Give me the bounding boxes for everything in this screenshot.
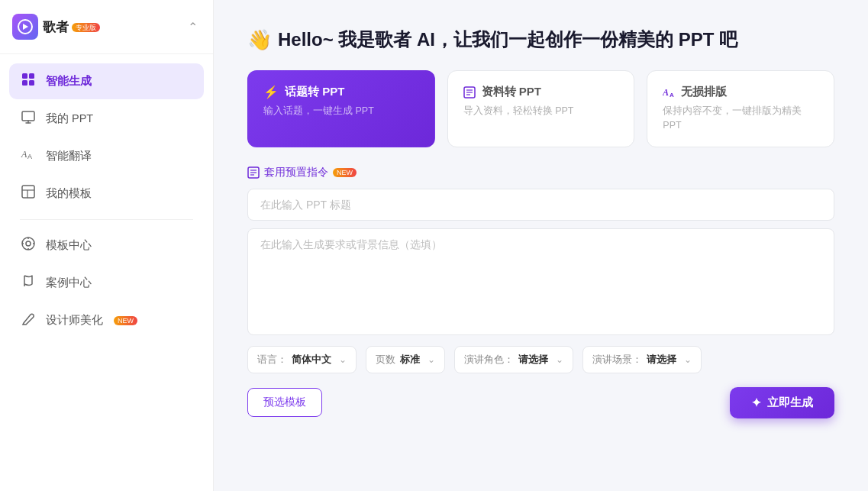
bottom-row: 预选模板 ✦ 立即生成 (247, 387, 834, 418)
mode-cards: ⚡ 话题转 PPT 输入话题，一键生成 PPT 资料转 PPT 导入资料，轻松转… (247, 70, 834, 147)
sidebar-nav: 智能生成 我的 PPT A A 智能翻译 (0, 54, 213, 491)
mode-card-topic-to-ppt[interactable]: ⚡ 话题转 PPT 输入话题，一键生成 PPT (247, 70, 435, 147)
sidebar-item-designer-beautify[interactable]: 设计师美化 NEW (9, 302, 204, 338)
language-select[interactable]: 语言： 简体中文 ⌄ (247, 346, 357, 373)
svg-text:A: A (27, 153, 32, 160)
sidebar-item-template-center[interactable]: 模板中心 (9, 228, 204, 263)
options-row: 语言： 简体中文 ⌄ 页数 标准 ⌄ 演讲角色： 请选择 ⌄ 演讲场景： 请选择… (247, 346, 834, 373)
sidebar-item-label: 智能翻译 (46, 149, 92, 163)
app-badge: 专业版 (72, 23, 100, 32)
template-center-icon (20, 236, 37, 255)
app-logo-icon (12, 14, 38, 40)
svg-point-14 (22, 237, 34, 250)
greeting-text: Hello~ 我是歌者 AI，让我们一起创作一份精美的 PPT 吧 (278, 27, 737, 52)
svg-rect-10 (22, 186, 34, 198)
sidebar-item-case-center[interactable]: 案例中心 (9, 265, 204, 301)
mode-card-header: A A 无损排版 (663, 85, 818, 99)
svg-rect-5 (22, 111, 34, 121)
greeting-wave: 👋 (247, 28, 272, 52)
mode-card-title: 资料转 PPT (482, 85, 541, 99)
role-chevron-icon: ⌄ (556, 354, 563, 365)
sidebar-item-label: 智能生成 (46, 74, 92, 89)
smart-gen-icon (20, 72, 37, 91)
svg-text:A: A (670, 92, 674, 99)
sidebar-item-label: 模板中心 (46, 238, 92, 253)
language-label: 语言： (257, 353, 287, 367)
scene-select[interactable]: 演讲场景： 请选择 ⌄ (582, 346, 702, 373)
mode-card-header: 资料转 PPT (463, 85, 619, 99)
mode-card-desc: 保持内容不变，一键排版为精美 PPT (663, 104, 818, 133)
mode-card-no-layout[interactable]: A A 无损排版 保持内容不变，一键排版为精美 PPT (647, 70, 834, 147)
generate-icon: ✦ (751, 396, 761, 410)
svg-text:A: A (663, 87, 669, 98)
sidebar-item-label: 我的 PPT (46, 111, 93, 126)
preset-new-badge: NEW (333, 168, 357, 177)
my-ppt-icon (20, 109, 37, 128)
sidebar: 歌者专业版 ⌃ 智能生成 (0, 0, 214, 491)
data-to-ppt-icon (463, 86, 476, 99)
app-name: 歌者专业版 (43, 18, 100, 36)
sidebar-item-label: 设计师美化 (46, 313, 103, 328)
sidebar-item-my-templates[interactable]: 我的模板 (9, 176, 204, 212)
scene-label: 演讲场景： (592, 353, 642, 367)
designer-beautify-icon (20, 311, 37, 330)
mode-card-desc: 导入资料，轻松转换 PPT (463, 104, 619, 118)
preset-icon (247, 166, 260, 179)
ppt-title-input[interactable] (247, 189, 834, 221)
pages-select[interactable]: 页数 标准 ⌄ (366, 346, 445, 373)
preset-label[interactable]: 套用预置指令 (264, 166, 328, 179)
sidebar-item-label: 案例中心 (46, 276, 92, 290)
language-chevron-icon: ⌄ (339, 354, 347, 365)
sidebar-collapse-icon[interactable]: ⌃ (188, 20, 198, 34)
sidebar-item-smart-translate[interactable]: A A 智能翻译 (9, 138, 204, 174)
mode-card-desc: 输入话题，一键生成 PPT (263, 104, 419, 118)
pages-value: 标准 (400, 353, 420, 367)
generate-label: 立即生成 (767, 396, 813, 410)
svg-rect-4 (29, 80, 34, 86)
svg-rect-1 (22, 73, 27, 79)
pages-chevron-icon: ⌄ (428, 354, 435, 365)
sidebar-header: 歌者专业版 ⌃ (0, 0, 213, 54)
scene-chevron-icon: ⌄ (684, 354, 692, 365)
sidebar-item-label: 我的模板 (46, 186, 92, 201)
language-value: 简体中文 (292, 353, 331, 367)
greeting-heading: 👋 Hello~ 我是歌者 AI，让我们一起创作一份精美的 PPT 吧 (247, 27, 834, 52)
mode-card-title: 无损排版 (681, 85, 727, 99)
translate-icon: A A (20, 147, 37, 166)
mode-card-title: 话题转 PPT (285, 85, 344, 99)
preselect-template-button[interactable]: 预选模板 (247, 388, 322, 417)
case-center-icon (20, 273, 37, 292)
role-value: 请选择 (518, 353, 548, 367)
logo-text-area: 歌者专业版 (43, 18, 100, 36)
nav-divider (20, 219, 193, 220)
topic-to-ppt-icon: ⚡ (263, 85, 279, 99)
preset-section: 套用预置指令 NEW (247, 166, 834, 179)
generate-button[interactable]: ✦ 立即生成 (730, 387, 834, 418)
svg-rect-2 (29, 73, 34, 79)
svg-text:A: A (21, 149, 27, 160)
mode-card-header: ⚡ 话题转 PPT (263, 85, 419, 99)
my-templates-icon (20, 184, 37, 203)
mode-card-data-to-ppt[interactable]: 资料转 PPT 导入资料，轻松转换 PPT (447, 70, 635, 147)
new-badge: NEW (114, 316, 137, 325)
svg-point-13 (26, 241, 31, 246)
scene-value: 请选择 (647, 353, 676, 367)
sidebar-item-my-ppt[interactable]: 我的 PPT (9, 101, 204, 137)
role-label: 演讲角色： (464, 353, 514, 367)
logo-area: 歌者专业版 (12, 14, 100, 40)
pages-label: 页数 (376, 353, 395, 367)
main-content: 👋 Hello~ 我是歌者 AI，让我们一起创作一份精美的 PPT 吧 ⚡ 话题… (214, 0, 868, 491)
no-layout-icon: A A (663, 86, 675, 99)
ppt-desc-textarea[interactable] (247, 228, 834, 335)
role-select[interactable]: 演讲角色： 请选择 ⌄ (454, 346, 573, 373)
svg-rect-3 (22, 80, 27, 86)
sidebar-item-smart-gen[interactable]: 智能生成 (9, 63, 204, 99)
